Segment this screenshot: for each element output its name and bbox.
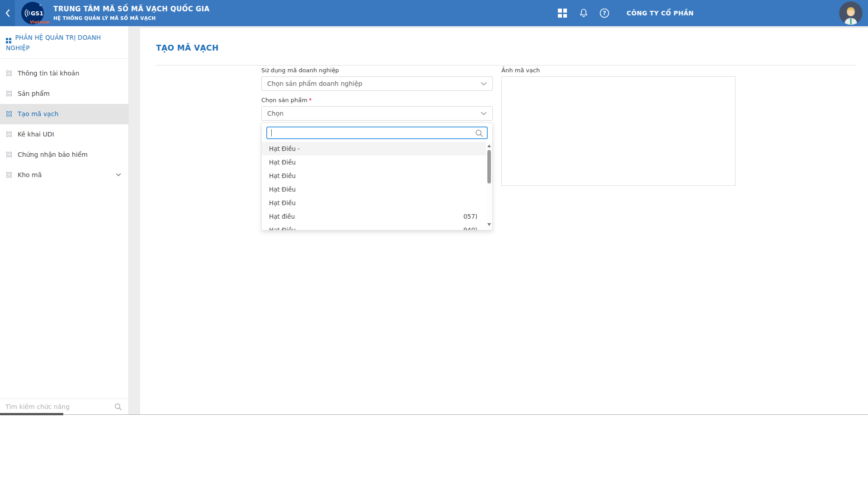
module-grid-icon — [6, 38, 11, 43]
product-select[interactable]: Chọn — [261, 106, 493, 121]
app-title: TRUNG TÂM MÃ SỐ MÃ VẠCH QUỐC GIA — [53, 5, 209, 14]
scrollbar-thumb[interactable] — [487, 150, 491, 183]
grid-squares-icon — [6, 91, 12, 96]
sidebar-menu: Thông tin tài khoản Sản phẩm Tạo mã vạch… — [0, 63, 128, 185]
dropdown-option[interactable]: Hạt điều057) — [262, 210, 492, 223]
company-menu[interactable]: CÔNG TY CỔ PHẦN — [627, 0, 694, 26]
content-card: TẠO MÃ VẠCH Sử dụng mã doanh nghiệp Chọn… — [140, 28, 868, 415]
help-icon[interactable]: ? — [599, 8, 610, 19]
grid-squares-icon — [6, 172, 12, 178]
title-divider — [156, 65, 857, 66]
back-button[interactable] — [0, 0, 15, 26]
dropdown-option[interactable]: Hạt Điều940) — [262, 223, 492, 230]
sidebar-item-tao-ma-vach[interactable]: Tạo mã vạch — [0, 104, 128, 124]
chevron-down-icon — [481, 82, 487, 86]
grid-squares-icon — [6, 131, 12, 137]
dropdown-search-input[interactable] — [267, 127, 487, 138]
function-search-input[interactable] — [0, 403, 106, 410]
svg-text:?: ? — [603, 10, 606, 16]
product-select-label: Chọn sản phẩm* — [261, 97, 493, 103]
bell-icon[interactable] — [578, 8, 589, 19]
content-area: TẠO MÃ VẠCH Sử dụng mã doanh nghiệp Chọn… — [129, 26, 868, 415]
sidebar: PHÂN HỆ QUẢN TRỊ DOANH NGHIỆP Thông tin … — [0, 26, 129, 415]
dropdown-option-list: Hạt Điều - Hạt Điều Hạt Điều Hạt Điều Hạ… — [262, 142, 492, 230]
dropdown-option[interactable]: Hạt Điều - — [262, 142, 492, 155]
grid-squares-icon — [6, 111, 12, 117]
company-code-label: Sử dụng mã doanh nghiệp — [261, 67, 493, 74]
chevron-down-icon — [116, 173, 121, 177]
barcode-form: Sử dụng mã doanh nghiệp Chọn sản phẩm do… — [261, 67, 493, 121]
dropdown-option[interactable]: Hạt Điều — [262, 169, 492, 183]
horizontal-scrollbar-thumb[interactable] — [0, 413, 63, 415]
sidebar-function-search — [0, 399, 128, 415]
sidebar-item-thong-tin-tai-khoan[interactable]: Thông tin tài khoản — [0, 63, 128, 84]
svg-text:GS1: GS1 — [31, 10, 43, 17]
user-avatar[interactable] — [839, 1, 863, 25]
text-caret — [271, 129, 272, 136]
module-header: PHÂN HỆ QUẢN TRỊ DOANH NGHIỆP — [0, 26, 128, 59]
chevron-left-icon — [5, 9, 10, 17]
sidebar-item-kho-ma[interactable]: Kho mã — [0, 165, 128, 185]
apps-grid-icon[interactable] — [558, 9, 567, 18]
search-icon — [475, 129, 483, 139]
dropdown-search-box — [266, 127, 488, 139]
page-bottom-border — [0, 414, 868, 415]
app-subtitle: HỆ THỐNG QUẢN LÝ MÃ SỐ MÃ VẠCH — [53, 15, 209, 21]
gs1-vietnam-label: Vietnam — [30, 20, 50, 24]
sidebar-item-ke-khai-udi[interactable]: Kê khai UDI — [0, 124, 128, 145]
sidebar-item-san-pham[interactable]: Sản phẩm — [0, 84, 128, 104]
dropdown-scrollbar — [486, 142, 492, 230]
dropdown-option[interactable]: Hạt Điều — [262, 155, 492, 169]
dropdown-option[interactable]: Hạt Điều — [262, 183, 492, 196]
sidebar-item-chung-nhan-bao-hiem[interactable]: Chứng nhận bảo hiểm — [0, 145, 128, 165]
search-icon — [114, 403, 122, 413]
scroll-up-arrow-icon[interactable] — [487, 145, 491, 147]
grid-squares-icon — [6, 152, 12, 157]
module-title: PHÂN HỆ QUẢN TRỊ DOANH NGHIỆP — [6, 34, 101, 52]
company-code-select[interactable]: Chọn sản phẩm doanh nghiệp — [261, 76, 493, 91]
barcode-image-label: Ảnh mã vạch — [501, 67, 540, 74]
app-window: GS1 ® Vietnam TRUNG TÂM MÃ SỐ MÃ VẠCH QU… — [0, 0, 868, 488]
app-titles: TRUNG TÂM MÃ SỐ MÃ VẠCH QUỐC GIA HỆ THỐN… — [53, 5, 209, 21]
required-mark: * — [309, 97, 312, 103]
svg-text:®: ® — [39, 4, 42, 7]
grid-squares-icon — [6, 70, 12, 76]
dropdown-option[interactable]: Hạt Điều — [262, 196, 492, 210]
barcode-image-placeholder — [501, 76, 736, 186]
product-dropdown-panel: Hạt Điều - Hạt Điều Hạt Điều Hạt Điều Hạ… — [261, 122, 493, 230]
page-title: TẠO MÃ VẠCH — [156, 43, 219, 52]
chevron-down-icon — [481, 112, 487, 116]
top-header-bar: GS1 ® Vietnam TRUNG TÂM MÃ SỐ MÃ VẠCH QU… — [0, 0, 868, 26]
scroll-down-arrow-icon[interactable] — [487, 223, 491, 226]
